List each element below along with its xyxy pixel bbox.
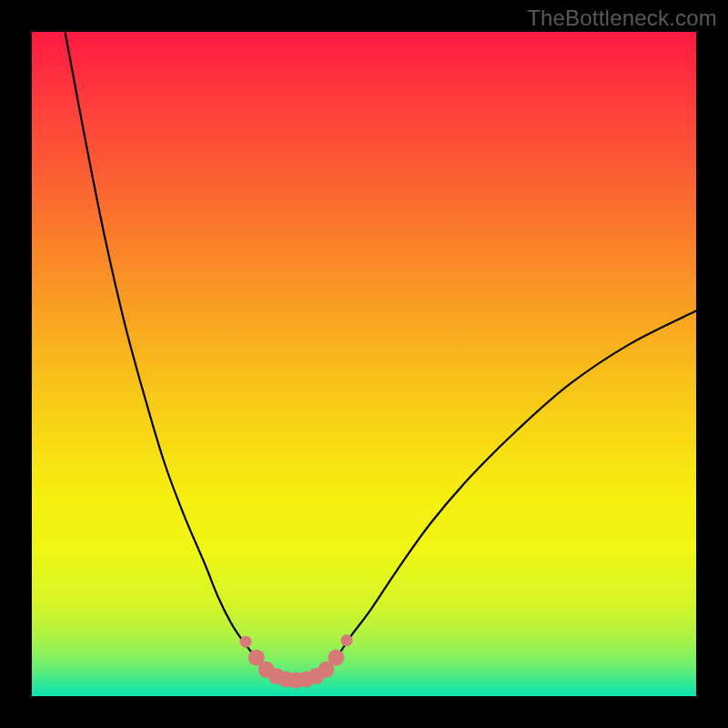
highlight-marker <box>328 650 344 666</box>
highlight-marker <box>240 636 252 648</box>
highlight-marker <box>341 634 353 646</box>
marker-group <box>240 634 353 688</box>
curve-layer <box>32 32 696 696</box>
watermark-text: TheBottleneck.com <box>527 5 717 31</box>
curve-right-branch <box>324 311 696 673</box>
plot-area <box>32 32 696 696</box>
outer-frame: TheBottleneck.com <box>0 0 728 728</box>
curve-left-branch <box>66 32 271 672</box>
